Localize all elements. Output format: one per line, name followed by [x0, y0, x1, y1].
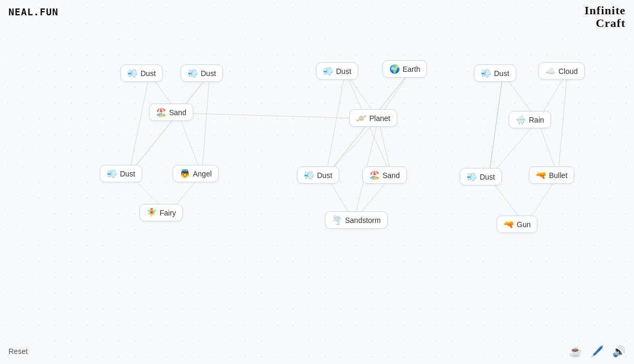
node-emoji: 🪐: [356, 113, 367, 123]
node-planet[interactable]: 🪐Planet: [349, 109, 397, 127]
node-emoji: 💨: [304, 170, 314, 180]
node-fairy[interactable]: 🧚Fairy: [139, 204, 183, 221]
node-label: Dust: [336, 67, 351, 76]
node-label: Dust: [141, 69, 156, 78]
node-emoji: 🌧️: [516, 115, 526, 125]
logo-left: NEAL.FUN: [8, 6, 59, 17]
node-emoji: 🌍: [389, 64, 400, 74]
svg-line-19: [558, 72, 567, 176]
node-dust4[interactable]: 💨Dust: [474, 64, 516, 82]
node-emoji: 🌪️: [332, 215, 342, 225]
node-dust2[interactable]: 💨Dust: [181, 64, 223, 82]
node-emoji: ☁️: [545, 66, 556, 76]
node-label: Dust: [480, 173, 495, 181]
node-dust3[interactable]: 💨Dust: [316, 62, 358, 80]
node-label: Sandstorm: [345, 216, 381, 225]
svg-line-29: [129, 74, 210, 174]
logo-right: Infinite Craft: [584, 4, 626, 30]
logo-right-line2: Craft: [584, 17, 626, 30]
node-emoji: 💨: [467, 172, 477, 182]
node-dust6[interactable]: 💨Dust: [297, 166, 339, 184]
volume-icon[interactable]: 🔊: [612, 345, 626, 358]
svg-line-28: [178, 113, 378, 119]
like-icon[interactable]: 🖊️: [591, 345, 604, 358]
node-emoji: 💨: [481, 68, 491, 78]
node-dust5[interactable]: 💨Dust: [100, 165, 142, 182]
node-label: Bullet: [549, 171, 567, 180]
node-emoji: 🏖️: [156, 107, 166, 117]
node-angel[interactable]: 👼Angel: [173, 165, 219, 182]
node-emoji: 💨: [323, 66, 333, 76]
node-label: Planet: [369, 114, 390, 123]
node-emoji: 🔫: [536, 170, 546, 180]
node-label: Gun: [517, 220, 530, 229]
node-gun[interactable]: 🔫Gun: [497, 216, 537, 233]
node-label: Cloud: [558, 67, 578, 76]
node-label: Dust: [317, 171, 332, 180]
node-sand1[interactable]: 🏖️Sand: [149, 104, 193, 121]
svg-line-3: [202, 74, 210, 174]
node-bullet[interactable]: 🔫Bullet: [529, 166, 574, 184]
node-emoji: 🏖️: [369, 170, 380, 180]
node-cloud[interactable]: ☁️Cloud: [538, 62, 585, 80]
node-label: Dust: [494, 69, 509, 78]
node-emoji: 🧚: [146, 208, 157, 218]
node-emoji: 💨: [188, 68, 198, 78]
node-emoji: 🔫: [504, 219, 514, 229]
node-emoji: 💨: [107, 169, 117, 179]
coffee-icon[interactable]: ☕: [569, 345, 582, 358]
svg-line-2: [129, 74, 150, 174]
node-label: Earth: [403, 65, 420, 73]
node-emoji: 👼: [180, 169, 190, 179]
bottom-icons: ☕ 🖊️ 🔊: [569, 345, 626, 358]
node-earth[interactable]: 🌍Earth: [383, 60, 427, 78]
logo-right-line1: Infinite: [584, 4, 626, 17]
node-label: Rain: [529, 116, 544, 124]
reset-button[interactable]: Reset: [8, 347, 28, 356]
node-emoji: 💨: [127, 68, 138, 78]
node-label: Dust: [201, 69, 216, 78]
node-label: Dust: [120, 170, 135, 178]
node-label: Angel: [193, 170, 212, 178]
node-rain[interactable]: 🌧️Rain: [509, 111, 551, 128]
node-dust7[interactable]: 💨Dust: [460, 168, 502, 185]
node-label: Fairy: [160, 209, 176, 217]
svg-line-10: [326, 72, 345, 176]
node-sand2[interactable]: 🏖️Sand: [362, 166, 407, 184]
node-label: Sand: [383, 171, 400, 180]
svg-line-18: [489, 74, 503, 178]
svg-line-27: [489, 74, 503, 178]
node-label: Sand: [169, 108, 187, 117]
node-sandstorm[interactable]: 🌪️Sandstorm: [325, 211, 388, 229]
node-dust1[interactable]: 💨Dust: [120, 64, 163, 82]
